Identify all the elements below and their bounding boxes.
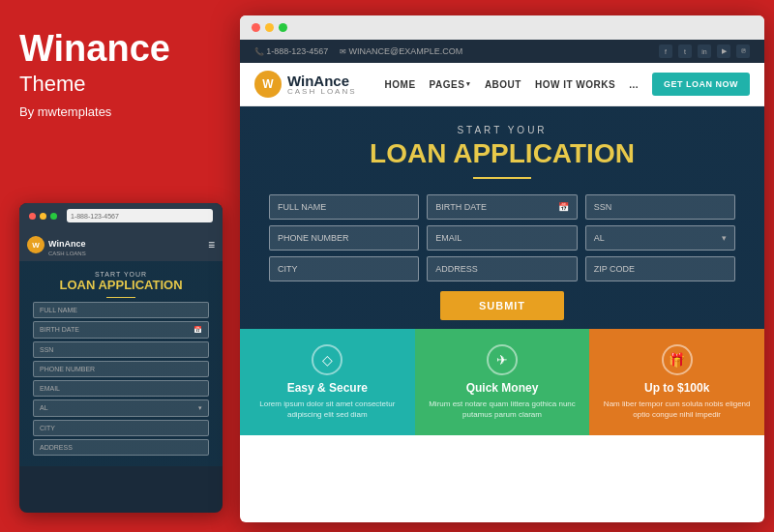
nav-pages-label: PAGES [430,79,465,90]
hero-content: START YOUR LOAN APPLICATION FULL NAME BI… [254,125,750,320]
site-nav: HOME PAGES ▾ ABOUT HOW IT WORKS ... GET … [385,73,750,96]
app-title: Winance [19,29,223,70]
field-ssn-label: SSN [594,202,612,212]
field-phone-label: PHONE NUMBER [278,233,349,243]
facebook-icon[interactable]: f [659,44,672,58]
field-birthdate-label: BIRTH DATE [435,202,487,212]
topbar-email: WINANCE@EXAMPLE.COM [340,46,462,56]
mobile-field-ssn[interactable]: SSN [33,341,209,358]
mobile-field-address[interactable]: ADDRESS [33,439,209,456]
feature-title-2: Up to $100k [644,381,709,395]
mobile-dot-yellow [40,213,46,220]
field-city[interactable]: CITY [269,256,419,281]
field-fullname-label: FULL NAME [278,202,326,212]
nav-pages[interactable]: PAGES ▾ [430,79,471,90]
browser-dot-yellow [265,23,274,32]
mobile-field-fullname[interactable]: FULL NAME [33,302,209,318]
mobile-preview: 1-888-123-4567 W WinAnce CASH LOANS ≡ ST… [19,203,223,513]
twitter-icon[interactable]: t [678,44,692,58]
send-icon: ✈ [487,344,518,375]
browser-chrome-bar [240,15,764,40]
mobile-field-city-label: CITY [40,425,55,431]
get-loan-button[interactable]: GET LOAN NOW [652,73,750,96]
field-address[interactable]: ADDRESS [427,256,577,281]
nav-about-label: ABOUT [485,79,521,90]
mobile-dot-green [50,213,57,220]
pinterest-icon[interactable]: ℗ [736,44,750,58]
site-logo: W WinAnce CASH LOANS [254,71,357,98]
feature-card-quick-money: ✈ Quick Money Mirum est notare quam litt… [415,329,590,435]
dropdown-icon: ▾ [722,233,727,243]
mobile-hero-pretitle: START YOUR [27,271,215,278]
hero-title: LOAN APPLICATION [254,139,750,169]
feature-title-0: Easy & Secure [287,381,368,395]
nav-about[interactable]: ABOUT [485,79,521,90]
mobile-field-birthdate[interactable]: BIRTH DATE 📅 [33,321,209,339]
mobile-field-state-label: AL [40,404,48,411]
hero-pretitle: START YOUR [254,125,750,135]
youtube-icon[interactable]: ▶ [717,44,730,58]
field-phone[interactable]: PHONE NUMBER [269,225,419,251]
nav-home[interactable]: HOME [385,79,416,90]
left-panel: Winance Theme By mwtemplates [19,29,223,119]
calendar-icon: 📅 [194,326,202,334]
mobile-field-ssn-label: SSN [40,346,53,353]
feature-card-up-to-100k: 🎁 Up to $100k Nam liber tempor cum solut… [589,329,764,435]
field-birthdate[interactable]: BIRTH DATE 📅 [427,194,577,220]
field-ssn[interactable]: SSN [585,194,735,220]
field-email-label: EMAIL [435,233,461,243]
mobile-logo-icon: W [27,236,45,253]
topbar-social: f t in ▶ ℗ [659,44,750,58]
linkedin-icon[interactable]: in [698,44,711,58]
site-logo-text-block: WinAnce CASH LOANS [287,73,357,96]
mobile-field-address-label: ADDRESS [40,444,73,451]
site-logo-sub: CASH LOANS [287,87,357,96]
browser-dot-green [279,23,287,32]
feature-text-0: Lorem ipsum dolor sit amet consectetur a… [253,399,402,420]
nav-how-it-works[interactable]: HOW IT WORKS [535,79,615,90]
nav-pages-arrow: ▾ [466,80,471,88]
mobile-field-email-label: EMAIL [40,385,60,392]
mobile-field-city[interactable]: CITY [33,420,209,436]
field-zipcode[interactable]: ZIP CODE [585,256,735,281]
feature-cards: ◇ Easy & Secure Lorem ipsum dolor sit am… [240,329,764,435]
field-fullname[interactable]: FULL NAME [269,194,419,220]
mobile-hamburger-icon[interactable]: ≡ [208,238,215,251]
nav-more[interactable]: ... [629,79,639,90]
mobile-field-phone-label: PHONE NUMBER [40,366,95,372]
mobile-dot-red [29,213,36,220]
mobile-field-fullname-label: FULL NAME [40,307,77,313]
form-row-2: PHONE NUMBER EMAIL AL ▾ [269,225,735,251]
mobile-logo: W WinAnce CASH LOANS [27,233,86,256]
topbar-phone: 1-888-123-4567 [254,46,328,56]
site-logo-icon: W [254,71,282,98]
mobile-logo-name: WinAnce [48,239,85,249]
form-row-3: CITY ADDRESS ZIP CODE [269,256,735,281]
site-navbar: W WinAnce CASH LOANS HOME PAGES ▾ ABOUT [240,63,764,106]
mobile-phone-text: 1-888-123-4567 [71,213,119,220]
feature-text-1: Mirum est notare quam littera gothica nu… [429,399,577,420]
mobile-navbar: W WinAnce CASH LOANS ≡ [19,228,223,261]
site-topbar: 1-888-123-4567 WINANCE@EXAMPLE.COM f t i… [240,40,764,63]
calendar-icon: 📅 [558,202,569,212]
submit-button[interactable]: SUBMIT [440,291,564,320]
mobile-field-email[interactable]: EMAIL [33,380,209,397]
mobile-logo-text: WinAnce CASH LOANS [48,233,86,256]
mobile-address-bar: 1-888-123-4567 [67,209,213,222]
mobile-hero: START YOUR LOAN APPLICATION FULL NAME BI… [19,261,223,466]
field-email[interactable]: EMAIL [427,225,577,251]
mobile-hero-divider [106,297,135,298]
gift-icon: 🎁 [662,344,693,375]
shield-icon: ◇ [312,344,342,375]
site-hero: START YOUR LOAN APPLICATION FULL NAME BI… [240,106,764,329]
mobile-field-state[interactable]: AL ▾ [33,399,209,417]
app-subtitle: Theme [19,72,223,97]
field-state[interactable]: AL ▾ [585,225,735,251]
mobile-field-phone[interactable]: PHONE NUMBER [33,361,209,377]
feature-text-2: Nam liber tempor cum soluta nobis eligen… [603,399,751,420]
nav-home-label: HOME [385,79,416,90]
nav-how-it-works-label: HOW IT WORKS [535,79,615,90]
browser-window: 1-888-123-4567 WINANCE@EXAMPLE.COM f t i… [240,15,764,522]
field-address-label: ADDRESS [435,264,478,274]
app-author: By mwtemplates [19,104,223,119]
